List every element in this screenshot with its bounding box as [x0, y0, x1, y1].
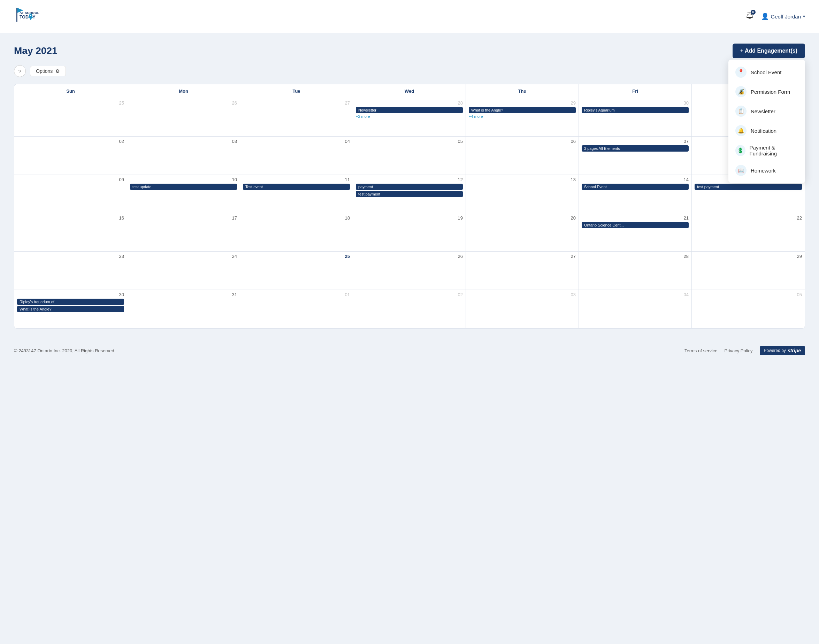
- options-button[interactable]: Options ⚙: [30, 66, 66, 76]
- cal-cell[interactable]: 30Ripley's Aquarium: [579, 98, 692, 136]
- cal-cell[interactable]: 27: [240, 98, 353, 136]
- cal-cell[interactable]: 30Ripley's Aquarium of ...What is the An…: [14, 290, 127, 328]
- add-engagement-button[interactable]: + Add Engagement(s): [733, 44, 805, 58]
- cal-cell[interactable]: 02: [353, 290, 466, 328]
- permission-form-icon: 🔏: [735, 86, 747, 97]
- cal-cell[interactable]: 16: [14, 213, 127, 251]
- cal-cell[interactable]: 06: [466, 136, 579, 175]
- cal-cell[interactable]: 01: [240, 290, 353, 328]
- event-pill[interactable]: What is the Angle?: [469, 107, 576, 113]
- cal-cell[interactable]: 19: [353, 213, 466, 251]
- event-pill[interactable]: Ripley's Aquarium of ...: [17, 299, 124, 305]
- cal-cell[interactable]: 28: [579, 251, 692, 290]
- event-pill[interactable]: 3 pages All Elements: [582, 145, 689, 152]
- cal-cell[interactable]: 22: [692, 213, 805, 251]
- dropdown-item-payment-fundraising[interactable]: 💲 Payment & Fundraising: [729, 140, 805, 161]
- cal-cell[interactable]: 25: [240, 251, 353, 290]
- calendar: SunMonTueWedThuFriSat 25262728Newsletter…: [14, 84, 805, 329]
- day-number: 02: [356, 292, 463, 297]
- copyright-text: © 2493147 Ontario Inc. 2020, All Rights …: [14, 348, 115, 353]
- day-number: 02: [17, 139, 124, 144]
- homework-label: Homework: [751, 168, 776, 173]
- cal-cell[interactable]: 09: [14, 175, 127, 213]
- school-event-label: School Event: [751, 69, 781, 75]
- cal-cell[interactable]: 073 pages All Elements: [579, 136, 692, 175]
- day-number: 06: [469, 139, 576, 144]
- user-icon: 👤: [761, 12, 769, 20]
- cal-cell[interactable]: 12paymenttest payment: [353, 175, 466, 213]
- dropdown-item-permission-form[interactable]: 🔏 Permission Form: [729, 82, 805, 101]
- event-pill[interactable]: test payment: [695, 184, 802, 190]
- logo: AT SCHOOL TOD Y: [14, 4, 42, 29]
- cal-cell[interactable]: 05: [353, 136, 466, 175]
- event-pill[interactable]: payment: [356, 184, 463, 190]
- cal-cell[interactable]: 27: [466, 251, 579, 290]
- cal-cell[interactable]: 21Ontario Science Cent...: [579, 213, 692, 251]
- calendar-grid: 25262728Newsletter+2 more29What is the A…: [14, 98, 805, 328]
- app-footer: © 2493147 Ontario Inc. 2020, All Rights …: [0, 339, 819, 362]
- dropdown-item-notification[interactable]: 🔔 Notification: [729, 121, 805, 140]
- cal-cell[interactable]: 10test update: [127, 175, 240, 213]
- cal-cell[interactable]: 23: [14, 251, 127, 290]
- day-number: 04: [243, 139, 350, 144]
- privacy-link[interactable]: Privacy Policy: [725, 348, 753, 353]
- cal-cell[interactable]: 25: [14, 98, 127, 136]
- day-number: 16: [17, 215, 124, 221]
- event-pill[interactable]: Ripley's Aquarium: [582, 107, 689, 113]
- day-number: 31: [130, 292, 237, 297]
- app-header: AT SCHOOL TOD Y 0 👤 Geoff Jordan ▾: [0, 0, 819, 33]
- day-number: 07: [582, 139, 689, 144]
- day-number: 25: [17, 100, 124, 106]
- page-title: May 2021: [14, 45, 58, 57]
- cal-cell[interactable]: 03: [466, 290, 579, 328]
- event-pill[interactable]: Newsletter: [356, 107, 463, 113]
- more-events-link[interactable]: +2 more: [356, 114, 463, 118]
- day-number: 30: [17, 292, 124, 297]
- cal-cell[interactable]: 11Test event: [240, 175, 353, 213]
- cal-cell[interactable]: 29What is the Angle?+4 more: [466, 98, 579, 136]
- event-pill[interactable]: What is the Angle?: [17, 306, 124, 312]
- cal-cell[interactable]: 14School Event: [579, 175, 692, 213]
- cal-cell[interactable]: 26: [353, 251, 466, 290]
- day-number: 30: [582, 100, 689, 106]
- gear-icon: ⚙: [55, 68, 60, 74]
- event-pill[interactable]: test update: [130, 184, 237, 190]
- cal-cell[interactable]: 18: [240, 213, 353, 251]
- more-events-link[interactable]: +4 more: [469, 114, 576, 118]
- dropdown-item-school-event[interactable]: 📍 School Event: [729, 62, 805, 82]
- user-menu[interactable]: 👤 Geoff Jordan ▾: [761, 12, 805, 20]
- event-pill[interactable]: Test event: [243, 184, 350, 190]
- cal-cell[interactable]: 02: [14, 136, 127, 175]
- newsletter-icon: 📋: [735, 106, 747, 117]
- cal-cell[interactable]: 24: [127, 251, 240, 290]
- cal-cell[interactable]: 04: [240, 136, 353, 175]
- day-name-sun: Sun: [14, 84, 127, 98]
- event-pill[interactable]: Ontario Science Cent...: [582, 222, 689, 228]
- day-number: 28: [356, 100, 463, 106]
- event-pill[interactable]: School Event: [582, 184, 689, 190]
- dropdown-item-homework[interactable]: 📖 Homework: [729, 161, 805, 180]
- powered-by-label: Powered by: [764, 348, 786, 353]
- cal-cell[interactable]: 04: [579, 290, 692, 328]
- school-event-icon: 📍: [735, 67, 747, 78]
- cal-cell[interactable]: 17: [127, 213, 240, 251]
- header-right: 0 👤 Geoff Jordan ▾: [745, 11, 805, 21]
- payment-fundraising-icon: 💲: [735, 145, 745, 156]
- dropdown-item-newsletter[interactable]: 📋 Newsletter: [729, 101, 805, 121]
- terms-link[interactable]: Terms of service: [684, 348, 718, 353]
- cal-cell[interactable]: 03: [127, 136, 240, 175]
- notification-bell[interactable]: 0: [745, 11, 754, 21]
- help-button[interactable]: ?: [14, 65, 26, 77]
- cal-cell[interactable]: 13: [466, 175, 579, 213]
- day-name-tue: Tue: [240, 84, 353, 98]
- cal-cell[interactable]: 26: [127, 98, 240, 136]
- day-number: 03: [469, 292, 576, 297]
- cal-cell[interactable]: 05: [692, 290, 805, 328]
- cal-cell[interactable]: 28Newsletter+2 more: [353, 98, 466, 136]
- cal-cell[interactable]: 31: [127, 290, 240, 328]
- cal-cell[interactable]: 29: [692, 251, 805, 290]
- event-pill[interactable]: test payment: [356, 191, 463, 197]
- svg-text:TOD: TOD: [20, 15, 29, 20]
- cal-cell[interactable]: 20: [466, 213, 579, 251]
- svg-text:AT SCHOOL: AT SCHOOL: [20, 11, 39, 15]
